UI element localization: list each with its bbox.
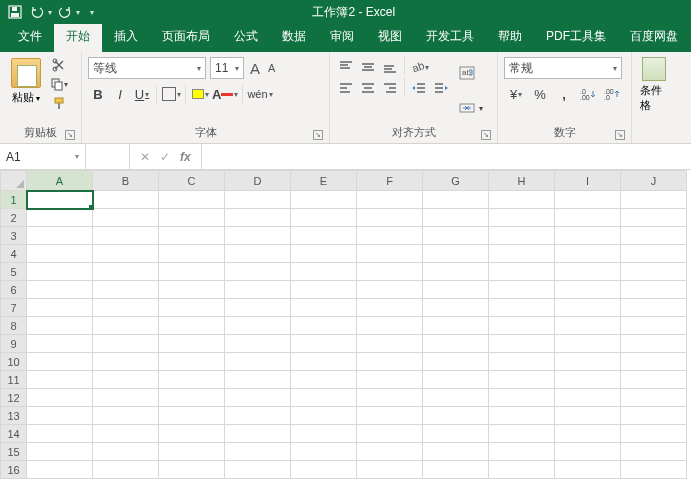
cell[interactable]: [27, 353, 93, 371]
cell[interactable]: [555, 443, 621, 461]
cell[interactable]: [489, 407, 555, 425]
cell[interactable]: [489, 245, 555, 263]
row-header[interactable]: 16: [1, 461, 27, 479]
paste-icon[interactable]: [11, 58, 41, 88]
cell[interactable]: [423, 425, 489, 443]
conditional-formatting-button[interactable]: 条件格: [636, 54, 672, 127]
col-header[interactable]: E: [291, 171, 357, 191]
tab-data[interactable]: 数据: [270, 22, 318, 52]
underline-button[interactable]: U▾: [132, 84, 152, 104]
align-middle-icon[interactable]: [358, 57, 378, 77]
cell[interactable]: [27, 227, 93, 245]
decrease-decimal-icon[interactable]: .00.0: [600, 84, 624, 104]
cell[interactable]: [357, 299, 423, 317]
cell[interactable]: [489, 227, 555, 245]
cell[interactable]: [357, 263, 423, 281]
cell[interactable]: [423, 371, 489, 389]
font-color-icon[interactable]: A▾: [212, 84, 238, 104]
cell[interactable]: [555, 371, 621, 389]
row-header[interactable]: 10: [1, 353, 27, 371]
cell[interactable]: [291, 407, 357, 425]
cell[interactable]: [489, 371, 555, 389]
cell[interactable]: [489, 191, 555, 209]
cell[interactable]: [357, 227, 423, 245]
cell[interactable]: [93, 281, 159, 299]
cell[interactable]: [357, 461, 423, 479]
col-header[interactable]: A: [27, 171, 93, 191]
cell[interactable]: [621, 371, 687, 389]
cell[interactable]: [423, 227, 489, 245]
increase-font-icon[interactable]: A: [248, 60, 262, 77]
cell[interactable]: [489, 263, 555, 281]
cell[interactable]: [621, 263, 687, 281]
col-header[interactable]: I: [555, 171, 621, 191]
align-center-icon[interactable]: [358, 78, 378, 98]
paste-button[interactable]: 粘贴▾: [12, 90, 40, 105]
cell[interactable]: [159, 209, 225, 227]
cell[interactable]: [489, 299, 555, 317]
cell[interactable]: [27, 371, 93, 389]
decrease-indent-icon[interactable]: [409, 78, 429, 98]
tab-baidu[interactable]: 百度网盘: [618, 22, 690, 52]
font-launcher-icon[interactable]: ↘: [313, 130, 323, 140]
cell[interactable]: [291, 371, 357, 389]
cell[interactable]: [27, 281, 93, 299]
cell[interactable]: [555, 299, 621, 317]
cell[interactable]: [357, 317, 423, 335]
number-format-combo[interactable]: 常规▾: [504, 57, 622, 79]
cell[interactable]: [489, 443, 555, 461]
cell[interactable]: [621, 407, 687, 425]
cell[interactable]: [555, 209, 621, 227]
tab-file[interactable]: 文件: [6, 22, 54, 52]
cell[interactable]: [291, 281, 357, 299]
cell[interactable]: [225, 407, 291, 425]
cell[interactable]: [489, 281, 555, 299]
bold-button[interactable]: B: [88, 84, 108, 104]
cell[interactable]: [225, 371, 291, 389]
cell[interactable]: [93, 245, 159, 263]
cell[interactable]: [27, 443, 93, 461]
cell[interactable]: [93, 389, 159, 407]
tab-help[interactable]: 帮助: [486, 22, 534, 52]
cell[interactable]: [93, 299, 159, 317]
orientation-icon[interactable]: ab▾: [409, 57, 429, 77]
cell[interactable]: [291, 461, 357, 479]
cell[interactable]: [159, 389, 225, 407]
cut-icon[interactable]: [50, 57, 68, 73]
cell[interactable]: [357, 389, 423, 407]
cell[interactable]: [225, 389, 291, 407]
cell[interactable]: [225, 443, 291, 461]
row-header[interactable]: 9: [1, 335, 27, 353]
cell[interactable]: [93, 461, 159, 479]
cell[interactable]: [423, 191, 489, 209]
cell[interactable]: [291, 227, 357, 245]
copy-icon[interactable]: ▾: [50, 76, 68, 92]
redo-dropdown-icon[interactable]: ▾: [76, 8, 80, 17]
cell[interactable]: [27, 263, 93, 281]
cell[interactable]: [489, 317, 555, 335]
cell[interactable]: [423, 443, 489, 461]
cell[interactable]: [159, 263, 225, 281]
cell[interactable]: [423, 317, 489, 335]
cell[interactable]: [423, 245, 489, 263]
cell[interactable]: [159, 335, 225, 353]
cell[interactable]: [423, 281, 489, 299]
cell[interactable]: [357, 281, 423, 299]
cell[interactable]: [423, 299, 489, 317]
cell[interactable]: [555, 245, 621, 263]
row-header[interactable]: 14: [1, 425, 27, 443]
cell[interactable]: [291, 443, 357, 461]
cell[interactable]: [423, 461, 489, 479]
cell[interactable]: [291, 191, 357, 209]
tab-page-layout[interactable]: 页面布局: [150, 22, 222, 52]
merge-center-button[interactable]: ▾: [459, 98, 483, 118]
fill-color-icon[interactable]: ▾: [190, 84, 210, 104]
row-header[interactable]: 12: [1, 389, 27, 407]
cell[interactable]: [423, 263, 489, 281]
cell[interactable]: [27, 335, 93, 353]
cell[interactable]: [225, 191, 291, 209]
cell[interactable]: [291, 335, 357, 353]
row-header[interactable]: 13: [1, 407, 27, 425]
cell[interactable]: [225, 299, 291, 317]
row-header[interactable]: 15: [1, 443, 27, 461]
